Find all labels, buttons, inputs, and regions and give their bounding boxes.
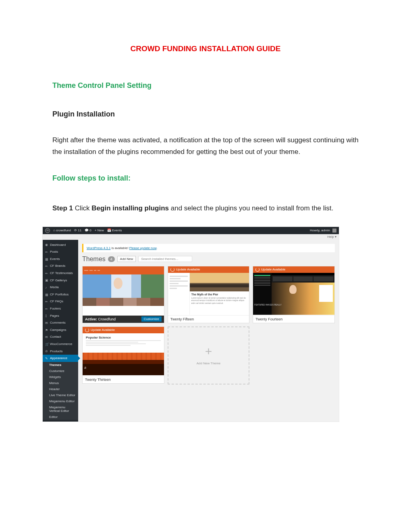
notice-update-link[interactable]: Please update now <box>129 246 157 250</box>
theme-preview: The Myth of the PierLorem ipsum dolor si… <box>168 273 249 315</box>
adminbar-site[interactable]: ⌂ crowdfund <box>53 229 71 232</box>
pin-icon: ✎ <box>44 249 49 254</box>
document-title: CROWD FUNDING INSTALLATION GUIDE <box>52 44 359 53</box>
theme-name: Twenty Fourteen <box>255 317 282 321</box>
adminbar-new[interactable]: + New <box>95 229 104 232</box>
theme-crowdfund[interactable]: Active: Crowdfund Customize <box>82 266 164 323</box>
plus-icon: + <box>205 345 212 357</box>
sidebar-item-woocommerce[interactable]: 🛒WooCommerce <box>43 341 78 348</box>
update-notice: WordPress 4.3.1 is available! Please upd… <box>82 244 335 252</box>
calendar-icon: ▦ <box>45 258 48 261</box>
themes-count-badge: 4 <box>108 256 115 262</box>
sidebar-sub-widgets[interactable]: Widgets <box>43 374 78 380</box>
notice-version-link[interactable]: WordPress 4.3.1 <box>87 246 110 250</box>
step-1-text: Step 1 Click Begin installing plugins an… <box>52 203 359 214</box>
document-page: CROWD FUNDING INSTALLATION GUIDE Theme C… <box>0 0 411 454</box>
pin-icon: ✎ <box>44 306 49 311</box>
sidebar-item-posts[interactable]: ✎Posts <box>43 248 78 256</box>
add-new-theme-tile[interactable]: + Add New Theme <box>168 326 250 384</box>
sidebar-sub-themes[interactable]: Themes <box>43 362 78 368</box>
section-heading-2: Plugin Installation <box>52 110 359 118</box>
mail-icon: ✉ <box>45 335 48 339</box>
brush-icon: ✎ <box>45 357 48 360</box>
sidebar-sub-live-theme-editor[interactable]: Live Theme Editor <box>43 392 78 398</box>
sidebar-item-pages[interactable]: ▯Pages <box>43 312 78 320</box>
sidebar-item-cf-brands[interactable]: ✎CF Brands <box>43 262 78 270</box>
sidebar-sub-editor[interactable]: Editor <box>43 414 78 420</box>
sidebar-sub-megamenu-vertical-editor[interactable]: Megamenu Vertical Editor <box>43 404 78 414</box>
sidebar-item-appearance[interactable]: ✎Appearance <box>43 355 78 362</box>
page-icon: ▯ <box>45 314 48 317</box>
sidebar-item-media[interactable]: ♪Media <box>43 284 78 291</box>
step-text-a: Click <box>73 204 91 212</box>
update-available-bar[interactable]: Update Available <box>253 266 334 273</box>
add-new-theme-label: Add New Theme <box>197 362 220 365</box>
media-icon: ♪ <box>45 286 48 289</box>
step-action: Begin installing plugins <box>91 204 169 212</box>
adminbar-events[interactable]: 📅 Events <box>107 229 122 232</box>
update-available-bar[interactable]: Update Available <box>83 327 164 333</box>
adminbar: W ⌂ crowdfund ⟳ 11 💬 0 + New 📅 Events Ho… <box>43 227 339 234</box>
theme-preview <box>83 266 164 308</box>
sidebar-item-cf-testimonials[interactable]: ✎CF Testimonials <box>43 270 78 277</box>
flag-icon: ⚑ <box>45 328 48 332</box>
adminbar-updates[interactable]: ⟳ 11 <box>74 229 81 232</box>
preview-header: Popular Science <box>86 336 111 339</box>
sidebar-item-cf-faqs[interactable]: ✎CF FAQs <box>43 298 78 305</box>
image-icon: ▣ <box>45 278 48 282</box>
step-text-b: and select the plugins you need to insta… <box>169 204 333 212</box>
notice-text: is available! <box>110 246 129 250</box>
sidebar-sub-customize[interactable]: Customize <box>43 368 78 374</box>
comment-icon: ✉ <box>45 321 48 324</box>
theme-name: Twenty Fifteen <box>170 317 194 321</box>
theme-preview: Popular Science a <box>83 333 164 375</box>
wordpress-screenshot: W ⌂ crowdfund ⟳ 11 💬 0 + New 📅 Events Ho… <box>42 227 339 422</box>
sidebar-sub-megamenu-editor[interactable]: Megamenu Editor <box>43 398 78 404</box>
pin-icon: ✎ <box>44 264 49 268</box>
sidebar-item-dashboard[interactable]: ◉Dashboard <box>43 241 78 249</box>
update-available-bar[interactable]: Update Available <box>168 266 249 273</box>
step-label: Step 1 <box>52 204 73 212</box>
adminbar-howdy[interactable]: Howdy, admin <box>310 229 330 232</box>
avatar[interactable] <box>332 229 336 233</box>
sidebar-item-cf-gallerys[interactable]: ▣CF Gallerys <box>43 277 78 284</box>
follow-steps-heading: Follow steps to install: <box>52 174 359 183</box>
sidebar-sub-menus[interactable]: Menus <box>43 380 78 386</box>
sidebar-item-cf-portfolios[interactable]: ▦CF Portfolios <box>43 291 78 298</box>
pin-icon: ✎ <box>44 271 49 275</box>
add-new-button[interactable]: Add New <box>117 256 136 262</box>
sidebar-item-events[interactable]: ▦Events <box>43 256 78 263</box>
theme-twenty-thirteen[interactable]: Update Available Popular Science a Twent… <box>82 326 164 384</box>
preview-post-title: The Myth of the Pier <box>191 293 248 296</box>
theme-preview: FEATURED IMAGES REALLY <box>253 273 334 315</box>
section-heading-1: Theme Control Panel Setting <box>52 81 359 90</box>
intro-paragraph: Right after the theme was activated, a n… <box>52 135 359 158</box>
search-input[interactable]: Search installed themes... <box>138 256 192 262</box>
cart-icon: 🛒 <box>45 343 48 346</box>
help-tab[interactable]: Help ▾ <box>43 234 339 240</box>
sidebar-item-contact[interactable]: ✉Contact <box>43 333 78 341</box>
sidebar-item-comments[interactable]: ✉Comments <box>43 319 78 326</box>
theme-twenty-fourteen[interactable]: Update Available FEATURED IMAGES REALLY <box>253 266 335 323</box>
grid-icon: ▦ <box>45 293 48 296</box>
admin-sidebar: ◉Dashboard ✎Posts ▦Events ✎CF Brands ✎CF… <box>43 240 78 422</box>
preview-caption: FEATURED IMAGES REALLY <box>254 303 282 306</box>
dashboard-icon: ◉ <box>45 243 48 246</box>
sidebar-item-campaigns[interactable]: ⚑Campaigns <box>43 326 78 334</box>
admin-main: WordPress 4.3.1 is available! Please upd… <box>78 240 339 422</box>
page-titlebar: Themes 4 Add New Search installed themes… <box>82 256 335 263</box>
wordpress-logo-icon: W <box>45 228 50 233</box>
theme-name: Twenty Thirteen <box>85 378 111 382</box>
sidebar-item-footers[interactable]: ✎Footers <box>43 305 78 312</box>
tag-icon: ⊘ <box>45 349 48 353</box>
page-title: Themes <box>82 256 106 263</box>
theme-footer: Active: Crowdfund Customize <box>83 316 164 323</box>
pin-icon: ✎ <box>44 299 49 304</box>
adminbar-comments[interactable]: 💬 0 <box>85 229 91 232</box>
sidebar-sub-header[interactable]: Header <box>43 386 78 392</box>
customize-button[interactable]: Customize <box>141 316 162 322</box>
themes-grid: Active: Crowdfund Customize Update Avail… <box>82 266 335 384</box>
theme-twenty-fifteen[interactable]: Update Available The Myth of the PierLor… <box>168 266 250 323</box>
active-theme-label: Active: Crowdfund <box>85 317 116 321</box>
sidebar-item-products[interactable]: ⊘Products <box>43 348 78 355</box>
